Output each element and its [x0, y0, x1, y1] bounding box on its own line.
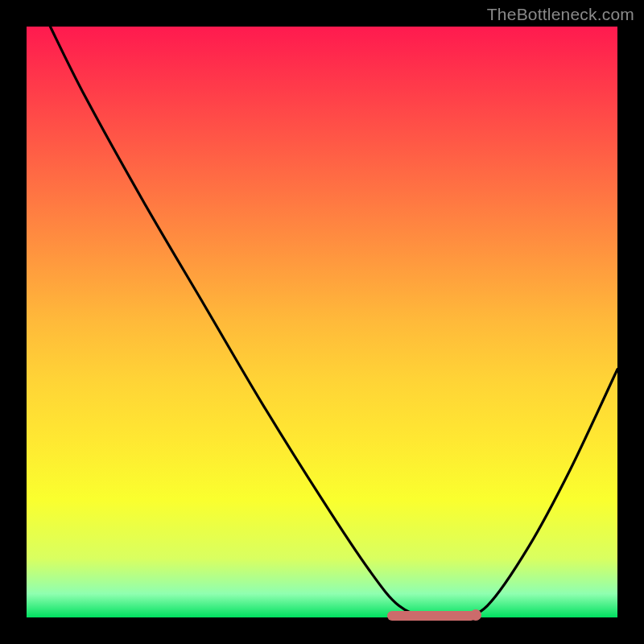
chart-plot-area: [27, 27, 617, 617]
watermark-text: TheBottleneck.com: [487, 5, 634, 24]
bottleneck-curve: [27, 27, 617, 617]
optimal-point-marker: [470, 609, 481, 621]
optimal-range-marker: [387, 611, 476, 621]
